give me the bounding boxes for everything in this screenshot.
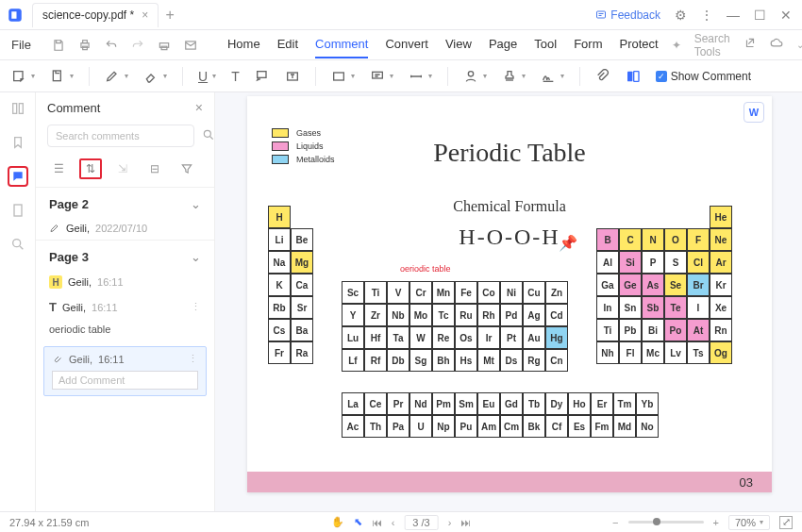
svg-rect-7 [161,46,167,50]
stamp-tool[interactable]: ▾ [370,69,393,84]
zoom-out-icon[interactable]: − [612,517,618,528]
measure-tool[interactable]: ▾ [409,69,432,84]
chevron-down-icon[interactable]: ⌄ [796,40,802,50]
tab-close-icon[interactable]: × [142,8,148,22]
page-indicator[interactable]: 3 /3 [404,515,438,530]
shape-rect-tool[interactable]: ▾ [331,69,355,84]
fit-page-icon[interactable]: ⤢ [779,516,793,529]
document-tab[interactable]: science-copy.pdf * × [32,3,159,27]
settings-icon[interactable]: ⚙ [674,8,687,22]
svg-rect-4 [83,40,88,42]
callout-tool[interactable] [255,69,270,84]
statusbar: 27.94 x 21.59 cm ✋ ⬉ ⏮ ‹ 3 /3 › ⏭ − + 70… [0,511,802,532]
more-icon[interactable]: ⋮ [188,353,198,365]
attach-tool[interactable] [595,69,610,84]
text-tool[interactable]: T [231,69,240,84]
first-page-icon[interactable]: ⏮ [372,517,382,528]
redo-icon[interactable] [131,39,144,52]
compare-tool[interactable] [626,69,641,84]
filter-funnel-icon[interactable] [175,158,198,179]
search-tools-input[interactable]: Search Tools [694,32,730,58]
page-3-header[interactable]: Page 3 ⌄ [36,240,214,270]
pin-icon[interactable]: 📌 [559,234,577,252]
tab-convert[interactable]: Convert [385,31,428,58]
workspace: Comment × ☰ ⇅ ⇲ ⊟ Page 2 ⌄ Geili, 2022/0… [0,92,802,511]
close-window-button[interactable]: ✕ [779,8,793,22]
comment-selected[interactable]: Geili, 16:11 ⋮ [43,346,207,396]
undo-icon[interactable] [105,39,118,52]
signature-tool[interactable]: ▾ [541,69,564,84]
word-export-icon[interactable]: W [744,102,764,123]
tab-page[interactable]: Page [489,31,517,58]
chevron-down-icon: ⌄ [191,250,201,264]
last-page-icon[interactable]: ⏭ [460,517,471,528]
collapse-icon[interactable]: ⊟ [143,158,166,179]
more-icon[interactable]: ⋮ [191,301,201,313]
svg-rect-5 [83,46,88,50]
tab-edit[interactable]: Edit [277,31,298,58]
tab-protect[interactable]: Protect [619,31,658,58]
tab-add-button[interactable]: + [159,7,181,24]
comment-panel: Comment × ☰ ⇅ ⇲ ⊟ Page 2 ⌄ Geili, 2022/0… [36,92,215,511]
app-logo [0,0,30,30]
tab-form[interactable]: Form [574,31,602,58]
note-tool[interactable]: ▾ [11,69,35,84]
periodic-left: HLiBeNaMgKCaRbSrCsBaFrRa [268,206,313,364]
hand-tool-icon[interactable]: ✋ [331,516,344,528]
svg-rect-13 [372,72,382,78]
tab-comment[interactable]: Comment [315,31,368,58]
comment-item[interactable]: H Geili, 16:11 [36,270,214,294]
bookmarks-icon[interactable] [8,132,28,153]
profile-tool[interactable]: ▾ [463,69,487,84]
attachments-icon[interactable] [8,200,28,221]
sort-icon[interactable]: ⇅ [79,158,102,179]
tab-home[interactable]: Home [227,31,260,58]
comment-item[interactable]: Geili, 2022/07/10 [36,217,214,240]
comments-panel-icon[interactable] [8,166,28,187]
attachment-tool[interactable]: ▾ [50,69,74,84]
share-icon[interactable] [744,37,757,53]
svg-point-14 [468,71,473,75]
underline-tool[interactable]: U▾ [198,69,216,84]
left-nav [0,92,36,511]
maximize-button[interactable]: ☐ [753,8,766,22]
show-comment-toggle[interactable]: ✓Show Comment [656,70,751,83]
next-page-icon[interactable]: › [448,517,452,528]
print-icon[interactable] [78,39,92,52]
prev-page-icon[interactable]: ‹ [392,517,395,528]
magic-icon[interactable]: ✦ [672,39,681,52]
tab-tool[interactable]: Tool [534,31,557,58]
feedback-link[interactable]: Feedback [595,8,660,22]
comment-search-input[interactable] [47,125,194,147]
mail-icon[interactable] [184,39,197,52]
expand-icon[interactable]: ⇲ [111,158,134,179]
zoom-slider[interactable] [628,521,704,524]
svg-rect-9 [53,71,60,81]
tab-view[interactable]: View [445,31,472,58]
save-icon[interactable] [52,39,65,52]
add-comment-input[interactable] [52,371,198,390]
highlight-tool[interactable]: ▾ [105,69,128,84]
titlebar: science-copy.pdf * × + Feedback ⚙ ⋮ — ☐ … [0,0,802,30]
stamp2-tool[interactable]: ▾ [502,69,526,84]
doc-title: Periodic Table [247,138,772,168]
search-icon[interactable] [202,128,215,144]
select-tool-icon[interactable]: ⬉ [354,516,362,528]
printer-icon[interactable] [158,39,171,52]
page-2-header[interactable]: Page 2 ⌄ [36,187,214,217]
zoom-level[interactable]: 70%▾ [728,515,770,530]
file-menu[interactable]: File [11,38,31,52]
more-icon[interactable]: ⋮ [700,8,713,22]
textbox-tool[interactable] [285,69,300,84]
thumbnails-icon[interactable] [8,98,28,119]
cloud-icon[interactable] [770,37,783,53]
toolbar: ▾ ▾ ▾ ▾ U▾ T ▾ ▾ ▾ ▾ ▾ ▾ ✓Show Comment [0,60,802,92]
zoom-in-icon[interactable]: + [713,517,719,528]
panel-close-icon[interactable]: × [195,100,203,115]
eraser-tool[interactable]: ▾ [143,69,167,84]
document-canvas[interactable]: W Gases Liquids Metalloids Periodic Tabl… [215,92,802,511]
search-icon[interactable] [8,234,28,255]
minimize-button[interactable]: — [727,8,740,22]
filter-list-icon[interactable]: ☰ [47,158,70,179]
comment-item[interactable]: T Geili, 16:11 ⋮ [36,294,214,320]
